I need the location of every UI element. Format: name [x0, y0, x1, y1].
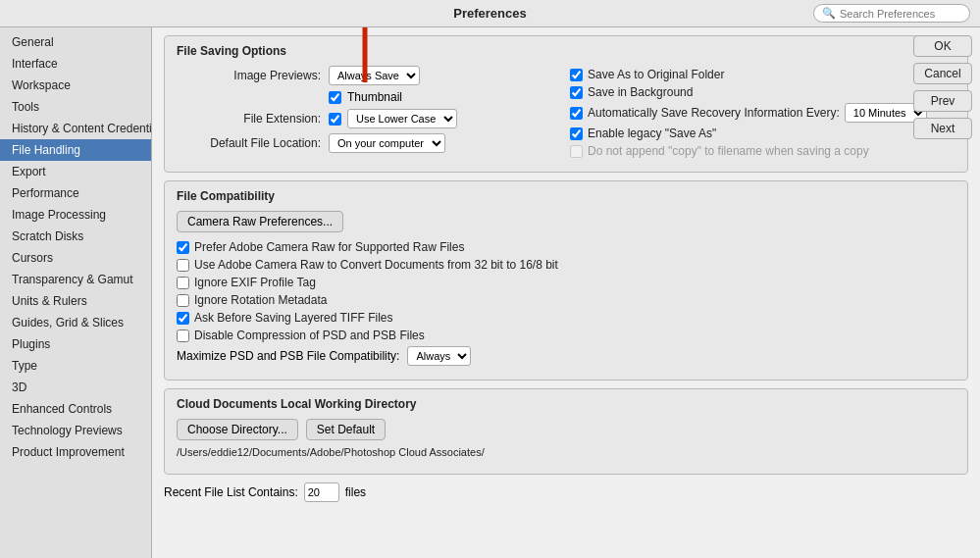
- compat-label-5: Disable Compression of PSD and PSB Files: [194, 329, 425, 342]
- file-extension-controls: Use Lower Case: [329, 109, 457, 128]
- maximize-compat-select[interactable]: Always: [407, 346, 471, 366]
- file-extension-row: File Extension: Use Lower Case: [177, 109, 562, 128]
- image-previews-select[interactable]: Always Save: [329, 66, 420, 85]
- maximize-compat-label: Maximize PSD and PSB File Compatibility:: [177, 349, 399, 363]
- image-previews-controls: Always Save: [329, 66, 420, 85]
- right-panel: OK Cancel Prev Next File Saving Options …: [152, 27, 980, 558]
- sidebar-item-product-improvement[interactable]: Product Improvement: [0, 441, 151, 463]
- recent-files-suffix: files: [345, 485, 366, 499]
- image-previews-label: Image Previews:: [177, 69, 329, 82]
- search-icon: 🔍: [822, 7, 836, 20]
- do-not-append-label: Do not append "copy" to filename when sa…: [588, 144, 869, 158]
- dir-buttons: Choose Directory... Set Default: [177, 419, 955, 440]
- compat-checkbox-1[interactable]: [177, 259, 189, 272]
- camera-raw-prefs-button[interactable]: Camera Raw Preferences...: [177, 211, 343, 232]
- compat-label-4: Ask Before Saving Layered TIFF Files: [194, 311, 393, 325]
- compat-checkbox-2[interactable]: [177, 277, 189, 289]
- set-default-button[interactable]: Set Default: [306, 419, 386, 440]
- sidebar-item-file-handling[interactable]: File Handling: [0, 139, 151, 161]
- dialog-title: Preferences: [453, 6, 526, 21]
- auto-save-label: Automatically Save Recovery Information …: [588, 106, 840, 120]
- default-location-label: Default File Location:: [177, 136, 329, 150]
- save-in-background-checkbox[interactable]: [570, 86, 583, 99]
- compat-item-2: Ignore EXIF Profile Tag: [177, 276, 955, 289]
- save-in-background-label: Save in Background: [588, 85, 693, 99]
- compat-item-4: Ask Before Saving Layered TIFF Files: [177, 311, 955, 325]
- sidebar-item-general[interactable]: General: [0, 31, 151, 53]
- sidebar-item-guides--grid---slices[interactable]: Guides, Grid & Slices: [0, 312, 151, 333]
- sidebar-item-image-processing[interactable]: Image Processing: [0, 204, 151, 226]
- recent-files-row: Recent File List Contains: files: [164, 482, 968, 502]
- thumbnail-control: Thumbnail: [329, 90, 402, 104]
- file-saving-content: Image Previews: Always Save Thumbnail: [177, 66, 955, 162]
- do-not-append-checkbox[interactable]: [570, 145, 583, 158]
- compat-label-2: Ignore EXIF Profile Tag: [194, 276, 316, 289]
- left-form: Image Previews: Always Save Thumbnail: [177, 66, 562, 162]
- file-extension-label: File Extension:: [177, 112, 329, 126]
- compat-item-1: Use Adobe Camera Raw to Convert Document…: [177, 258, 955, 272]
- sidebar-item-workspace[interactable]: Workspace: [0, 75, 151, 96]
- compat-checkbox-4[interactable]: [177, 312, 189, 325]
- compat-checkbox-5[interactable]: [177, 330, 189, 342]
- compat-label-3: Ignore Rotation Metadata: [194, 293, 327, 307]
- default-location-select[interactable]: On your computer: [329, 133, 445, 153]
- prev-button[interactable]: Prev: [913, 90, 972, 112]
- sidebar-item-enhanced-controls[interactable]: Enhanced Controls: [0, 398, 151, 420]
- title-bar: Preferences 🔍: [0, 0, 980, 27]
- sidebar-item-technology-previews[interactable]: Technology Previews: [0, 420, 151, 441]
- sidebar-item-interface[interactable]: Interface: [0, 53, 151, 75]
- cloud-documents-section: Cloud Documents Local Working Directory …: [164, 388, 968, 475]
- cloud-path: /Users/eddie12/Documents/Adobe/Photoshop…: [177, 446, 955, 458]
- sidebar-item-export[interactable]: Export: [0, 161, 151, 182]
- cloud-documents-title: Cloud Documents Local Working Directory: [177, 397, 955, 411]
- default-location-controls: On your computer: [329, 133, 445, 153]
- compat-label-0: Prefer Adobe Camera Raw for Supported Ra…: [194, 240, 464, 254]
- cancel-button[interactable]: Cancel: [913, 63, 972, 84]
- auto-save-row: Automatically Save Recovery Information …: [570, 103, 955, 123]
- thumbnail-label: Thumbnail: [347, 90, 402, 104]
- enable-legacy-save-label: Enable legacy "Save As": [588, 127, 716, 140]
- file-saving-title: File Saving Options: [177, 44, 955, 58]
- sidebar: GeneralInterfaceWorkspaceToolsHistory & …: [0, 27, 152, 558]
- right-checks: Save As to Original Folder Save in Backg…: [570, 66, 955, 162]
- do-not-append-row: Do not append "copy" to filename when sa…: [570, 144, 955, 158]
- search-box[interactable]: 🔍: [813, 4, 970, 23]
- compat-item-3: Ignore Rotation Metadata: [177, 293, 955, 307]
- recent-files-count[interactable]: [304, 482, 339, 502]
- enable-legacy-save-checkbox[interactable]: [570, 127, 583, 140]
- sidebar-item-tools[interactable]: Tools: [0, 96, 151, 118]
- save-as-original-checkbox[interactable]: [570, 69, 583, 81]
- sidebar-item-transparency---gamut[interactable]: Transparency & Gamut: [0, 269, 151, 290]
- file-extension-select[interactable]: Use Lower Case: [347, 109, 457, 128]
- compat-item-0: Prefer Adobe Camera Raw for Supported Ra…: [177, 240, 955, 254]
- file-saving-section: File Saving Options Image Previews: Alwa…: [164, 35, 968, 173]
- file-compatibility-title: File Compatibility: [177, 189, 955, 203]
- enable-legacy-save-row: Enable legacy "Save As": [570, 127, 955, 140]
- sidebar-item-3d[interactable]: 3D: [0, 377, 151, 398]
- sidebar-item-cursors[interactable]: Cursors: [0, 247, 151, 269]
- compat-checkbox-0[interactable]: [177, 241, 189, 254]
- maximize-compat-row: Maximize PSD and PSB File Compatibility:…: [177, 346, 955, 366]
- choose-directory-button[interactable]: Choose Directory...: [177, 419, 298, 440]
- action-buttons: OK Cancel Prev Next: [913, 35, 972, 139]
- sidebar-item-type[interactable]: Type: [0, 355, 151, 377]
- compat-item-5: Disable Compression of PSD and PSB Files: [177, 329, 955, 342]
- compat-checkbox-3[interactable]: [177, 294, 189, 307]
- main-content: GeneralInterfaceWorkspaceToolsHistory & …: [0, 27, 980, 558]
- save-as-original-row: Save As to Original Folder: [570, 68, 955, 81]
- thumbnail-checkbox[interactable]: [329, 91, 341, 104]
- file-extension-checkbox[interactable]: [329, 113, 341, 126]
- sidebar-item-scratch-disks[interactable]: Scratch Disks: [0, 226, 151, 247]
- sidebar-item-plugins[interactable]: Plugins: [0, 333, 151, 355]
- sidebar-item-history---content-credentials[interactable]: History & Content Credentials: [0, 118, 151, 139]
- ok-button[interactable]: OK: [913, 35, 972, 57]
- auto-save-checkbox[interactable]: [570, 107, 583, 120]
- sidebar-item-units---rulers[interactable]: Units & Rulers: [0, 290, 151, 312]
- sidebar-item-performance[interactable]: Performance: [0, 182, 151, 204]
- image-previews-row: Image Previews: Always Save: [177, 66, 562, 85]
- save-as-original-label: Save As to Original Folder: [588, 68, 724, 81]
- recent-files-label: Recent File List Contains:: [164, 485, 298, 499]
- search-input[interactable]: [840, 8, 967, 20]
- next-button[interactable]: Next: [913, 118, 972, 139]
- save-in-background-row: Save in Background: [570, 85, 955, 99]
